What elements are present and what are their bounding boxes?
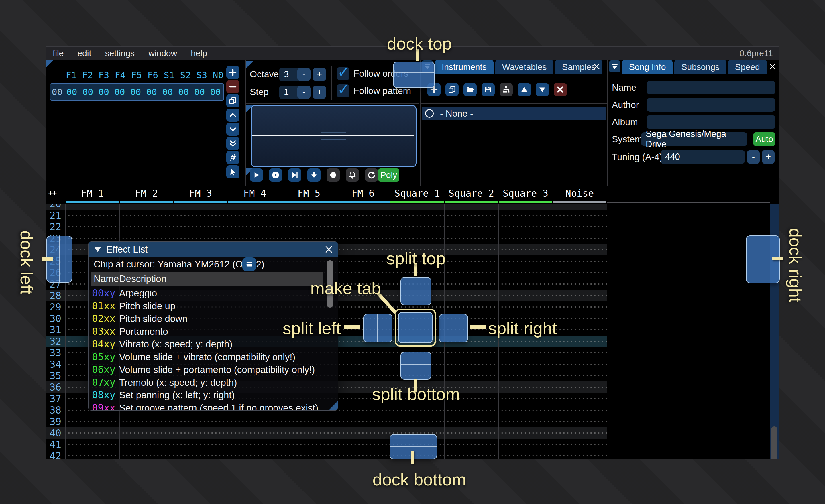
effect-list-row[interactable]: 06xyVolume slide + portamento (compatibi… (92, 363, 327, 376)
split-right-target[interactable] (439, 314, 468, 342)
tab-speed[interactable]: Speed (728, 60, 767, 74)
channel-header-square-2[interactable]: Square 2 (444, 187, 499, 199)
hamburger-icon[interactable] (242, 257, 256, 271)
menu-item-edit[interactable]: edit (70, 47, 98, 60)
order-cell[interactable]: 00 (80, 87, 96, 97)
poly-toggle-button[interactable]: Poly (378, 168, 399, 182)
order-cell[interactable]: 00 (112, 87, 128, 97)
effect-list-row[interactable]: 07xyTremolo (x: speed; y: depth) (92, 376, 327, 389)
tab-subsongs[interactable]: Subsongs (674, 60, 726, 74)
repeat-button[interactable] (365, 168, 378, 182)
step-decrease-button[interactable]: - (297, 86, 310, 99)
system-select[interactable]: Sega Genesis/Mega Drive (641, 132, 747, 146)
split-left-target[interactable] (363, 314, 392, 342)
record-button[interactable] (326, 168, 340, 182)
step-value[interactable]: 1 (279, 86, 300, 99)
channel-header-fm-3[interactable]: FM 3 (173, 187, 228, 199)
channel-header-fm-5[interactable]: FM 5 (282, 187, 336, 199)
auto-system-button[interactable]: Auto (753, 132, 775, 146)
tuning-decrease-button[interactable]: - (747, 150, 760, 164)
channel-header-fm-4[interactable]: FM 4 (228, 187, 282, 199)
order-cell[interactable]: 00 (160, 87, 175, 97)
triangle-down-button[interactable] (536, 83, 549, 96)
songinfo-tab-bar: Song InfoSubsongsSpeed (622, 60, 767, 74)
close-icon[interactable] (768, 62, 777, 71)
dock-top-target[interactable] (393, 62, 435, 88)
make-tab-target[interactable] (395, 309, 436, 346)
effect-list-row[interactable]: 05xyVolume slide + vibrato (compatibilit… (92, 350, 327, 363)
tab-wavetables[interactable]: Wavetables (495, 60, 554, 74)
collapse-tabbar-icon[interactable] (609, 61, 620, 72)
triangle-up-button[interactable] (518, 83, 531, 96)
order-cell[interactable]: 00 (96, 87, 112, 97)
menu-item-help[interactable]: help (184, 47, 214, 60)
author-field[interactable] (647, 98, 775, 112)
cursor-button[interactable] (226, 165, 239, 178)
chevrons-down-icon (229, 139, 237, 148)
step-increase-button[interactable]: + (313, 86, 326, 99)
duplicate-button[interactable] (445, 83, 459, 96)
pattern-scrollbar-thumb[interactable] (771, 426, 777, 459)
octave-value[interactable]: 3 (279, 68, 300, 81)
split-top-target[interactable] (400, 277, 431, 305)
effect-list-row[interactable]: 01xxPitch slide up (92, 300, 327, 312)
metronome-bell-button[interactable] (346, 168, 359, 182)
instrument-list-item[interactable]: - None - (422, 106, 606, 120)
order-cell[interactable]: 00 (144, 87, 160, 97)
play-circle-button[interactable] (269, 168, 282, 182)
expand-channels-button[interactable]: ++ (48, 188, 57, 197)
order-cell[interactable]: 00 (128, 87, 144, 97)
effect-list-row[interactable]: 04xyVibrato (x: speed; y: depth) (92, 338, 327, 350)
tab-instruments[interactable]: Instruments (435, 60, 494, 74)
channel-header-fm-1[interactable]: FM 1 (65, 187, 120, 199)
name-field[interactable] (647, 81, 775, 94)
delete-button[interactable] (554, 83, 567, 96)
order-cell[interactable]: 00 (175, 87, 192, 97)
tuning-increase-button[interactable]: + (762, 150, 774, 164)
order-cell[interactable]: 00 (192, 87, 208, 97)
close-icon[interactable] (592, 62, 602, 71)
effect-list-row[interactable]: 08xySet panning (x: left; y: right) (92, 389, 327, 401)
octave-increase-button[interactable]: + (313, 68, 326, 81)
duplicate-button[interactable] (226, 94, 239, 107)
play-to-cursor-button[interactable] (288, 168, 301, 182)
octave-decrease-button[interactable]: - (297, 68, 310, 81)
tab-song-info[interactable]: Song Info (622, 60, 673, 74)
channel-header-noise[interactable]: Noise (552, 187, 607, 199)
menu-item-window[interactable]: window (142, 47, 184, 60)
minus-button[interactable] (226, 80, 239, 93)
channel-header-square-3[interactable]: Square 3 (499, 187, 552, 199)
album-field[interactable] (647, 115, 775, 129)
split-bottom-target[interactable] (400, 352, 431, 380)
save-button[interactable] (481, 83, 495, 96)
follow-pattern-checkbox[interactable]: ✓ (337, 84, 350, 97)
chevron-up-button[interactable] (226, 108, 239, 122)
tree-button[interactable] (500, 83, 513, 96)
effect-list-row[interactable]: 09xxSet groove pattern (speed 1 if no gr… (92, 402, 327, 411)
pattern-scrollbar-track[interactable] (770, 186, 778, 459)
plus-button[interactable] (226, 66, 239, 79)
open-folder-button[interactable] (463, 83, 477, 96)
album-label: Album (612, 115, 638, 129)
resize-grip[interactable] (328, 401, 338, 410)
order-cell[interactable]: 00 (207, 87, 223, 97)
chevron-down-button[interactable] (226, 122, 239, 136)
follow-orders-checkbox[interactable]: ✓ (337, 67, 350, 80)
menu-item-file[interactable]: file (46, 47, 70, 60)
collapse-triangle-icon[interactable] (94, 247, 101, 252)
panel-divider[interactable] (607, 60, 608, 186)
channel-header-fm-2[interactable]: FM 2 (120, 187, 173, 199)
menu-item-settings[interactable]: settings (98, 47, 142, 60)
panel-divider[interactable] (245, 60, 246, 186)
step-down-button[interactable] (307, 168, 320, 182)
close-icon[interactable] (324, 245, 334, 254)
channel-header-square-1[interactable]: Square 1 (390, 187, 444, 199)
tuning-field[interactable]: 440 (661, 150, 745, 164)
effect-list-titlebar[interactable]: Effect List (88, 242, 338, 257)
play-button[interactable] (250, 168, 263, 182)
chevrons-down-button[interactable] (226, 137, 239, 150)
channel-header-fm-6[interactable]: FM 6 (336, 187, 390, 199)
order-cell[interactable]: 00 (64, 87, 80, 97)
unlink-button[interactable] (226, 151, 239, 164)
order-row[interactable]: 0000000000000000000000 (50, 83, 224, 100)
